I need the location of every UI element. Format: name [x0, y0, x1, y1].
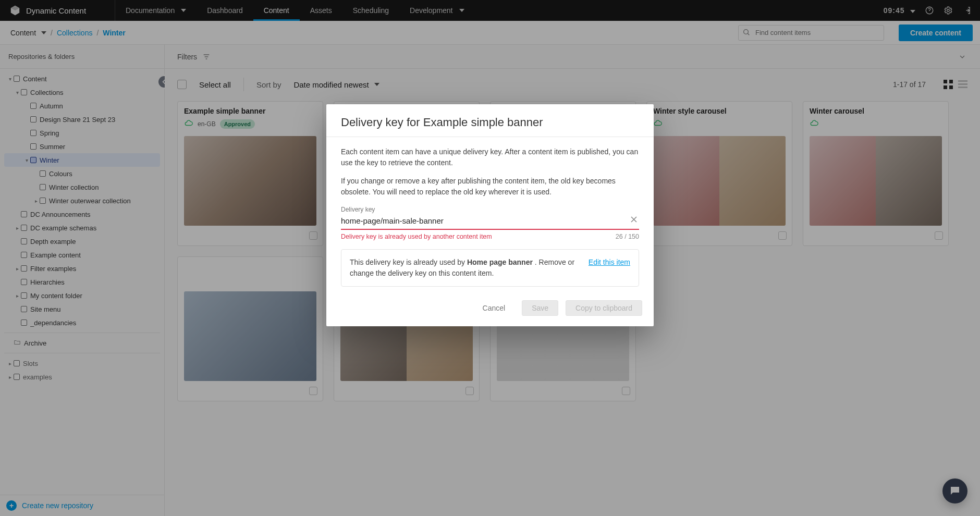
- delivery-key-error: Delivery key is already used by another …: [341, 232, 492, 242]
- conflict-callout: This delivery key is already used by Hom…: [341, 249, 639, 287]
- callout-text: This delivery key is already used by Hom…: [350, 257, 579, 279]
- modal-paragraph-1: Each content item can have a unique deli…: [341, 146, 639, 168]
- edit-conflict-item-link[interactable]: Edit this item: [589, 257, 630, 268]
- cancel-button[interactable]: Cancel: [473, 300, 515, 316]
- callout-strong: Home page banner: [467, 258, 533, 266]
- delivery-key-modal: Delivery key for Example simple banner E…: [326, 104, 654, 326]
- modal-footer: Cancel Save Copy to clipboard: [326, 296, 654, 326]
- modal-paragraph-2: If you change or remove a key after publ…: [341, 176, 639, 198]
- save-button[interactable]: Save: [522, 300, 558, 316]
- char-count: 26 / 150: [616, 232, 639, 242]
- modal-header: Delivery key for Example simple banner: [326, 104, 654, 137]
- delivery-key-field-label: Delivery key: [341, 205, 639, 214]
- clear-input-icon[interactable]: [629, 214, 639, 225]
- delivery-key-field: [341, 214, 639, 230]
- modal-title: Delivery key for Example simple banner: [341, 116, 639, 129]
- modal-scrim[interactable]: Delivery key for Example simple banner E…: [0, 0, 980, 516]
- delivery-key-input[interactable]: [341, 215, 627, 226]
- copy-clipboard-button[interactable]: Copy to clipboard: [566, 300, 642, 316]
- callout-prefix: This delivery key is already used by: [350, 258, 467, 266]
